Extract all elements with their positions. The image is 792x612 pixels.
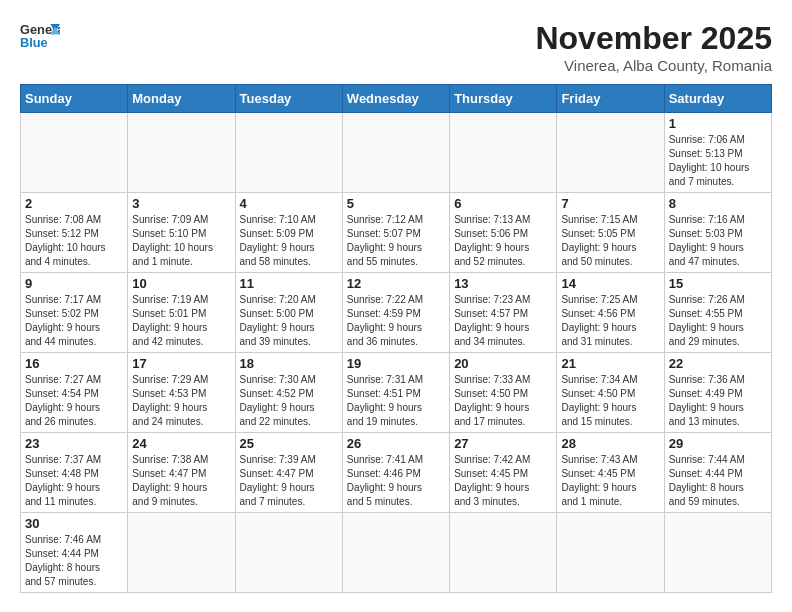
weekday-thursday: Thursday (450, 85, 557, 113)
day-number: 10 (132, 276, 230, 291)
day-info: Sunrise: 7:19 AMSunset: 5:01 PMDaylight:… (132, 293, 230, 349)
week-row-3: 16Sunrise: 7:27 AMSunset: 4:54 PMDayligh… (21, 353, 772, 433)
day-cell: 29Sunrise: 7:44 AMSunset: 4:44 PMDayligh… (664, 433, 771, 513)
day-number: 25 (240, 436, 338, 451)
day-info: Sunrise: 7:34 AMSunset: 4:50 PMDaylight:… (561, 373, 659, 429)
week-row-5: 30Sunrise: 7:46 AMSunset: 4:44 PMDayligh… (21, 513, 772, 593)
day-cell: 30Sunrise: 7:46 AMSunset: 4:44 PMDayligh… (21, 513, 128, 593)
weekday-friday: Friday (557, 85, 664, 113)
day-cell (128, 113, 235, 193)
day-info: Sunrise: 7:22 AMSunset: 4:59 PMDaylight:… (347, 293, 445, 349)
week-row-4: 23Sunrise: 7:37 AMSunset: 4:48 PMDayligh… (21, 433, 772, 513)
day-info: Sunrise: 7:36 AMSunset: 4:49 PMDaylight:… (669, 373, 767, 429)
day-info: Sunrise: 7:12 AMSunset: 5:07 PMDaylight:… (347, 213, 445, 269)
day-cell (128, 513, 235, 593)
day-number: 16 (25, 356, 123, 371)
day-number: 3 (132, 196, 230, 211)
day-cell (557, 113, 664, 193)
day-number: 17 (132, 356, 230, 371)
day-cell (450, 513, 557, 593)
day-info: Sunrise: 7:41 AMSunset: 4:46 PMDaylight:… (347, 453, 445, 509)
day-cell: 19Sunrise: 7:31 AMSunset: 4:51 PMDayligh… (342, 353, 449, 433)
day-number: 20 (454, 356, 552, 371)
day-cell: 13Sunrise: 7:23 AMSunset: 4:57 PMDayligh… (450, 273, 557, 353)
day-cell (557, 513, 664, 593)
day-info: Sunrise: 7:16 AMSunset: 5:03 PMDaylight:… (669, 213, 767, 269)
day-number: 19 (347, 356, 445, 371)
day-cell: 8Sunrise: 7:16 AMSunset: 5:03 PMDaylight… (664, 193, 771, 273)
day-cell (235, 113, 342, 193)
day-info: Sunrise: 7:37 AMSunset: 4:48 PMDaylight:… (25, 453, 123, 509)
day-info: Sunrise: 7:20 AMSunset: 5:00 PMDaylight:… (240, 293, 338, 349)
day-number: 6 (454, 196, 552, 211)
day-cell: 24Sunrise: 7:38 AMSunset: 4:47 PMDayligh… (128, 433, 235, 513)
day-number: 12 (347, 276, 445, 291)
day-number: 22 (669, 356, 767, 371)
day-info: Sunrise: 7:26 AMSunset: 4:55 PMDaylight:… (669, 293, 767, 349)
day-info: Sunrise: 7:44 AMSunset: 4:44 PMDaylight:… (669, 453, 767, 509)
day-info: Sunrise: 7:13 AMSunset: 5:06 PMDaylight:… (454, 213, 552, 269)
day-cell: 2Sunrise: 7:08 AMSunset: 5:12 PMDaylight… (21, 193, 128, 273)
day-info: Sunrise: 7:15 AMSunset: 5:05 PMDaylight:… (561, 213, 659, 269)
day-info: Sunrise: 7:29 AMSunset: 4:53 PMDaylight:… (132, 373, 230, 429)
day-cell (450, 113, 557, 193)
day-number: 23 (25, 436, 123, 451)
day-cell (21, 113, 128, 193)
day-cell: 20Sunrise: 7:33 AMSunset: 4:50 PMDayligh… (450, 353, 557, 433)
day-cell: 23Sunrise: 7:37 AMSunset: 4:48 PMDayligh… (21, 433, 128, 513)
day-number: 29 (669, 436, 767, 451)
day-number: 28 (561, 436, 659, 451)
day-info: Sunrise: 7:23 AMSunset: 4:57 PMDaylight:… (454, 293, 552, 349)
day-info: Sunrise: 7:42 AMSunset: 4:45 PMDaylight:… (454, 453, 552, 509)
day-info: Sunrise: 7:30 AMSunset: 4:52 PMDaylight:… (240, 373, 338, 429)
day-number: 15 (669, 276, 767, 291)
day-cell: 12Sunrise: 7:22 AMSunset: 4:59 PMDayligh… (342, 273, 449, 353)
day-cell: 14Sunrise: 7:25 AMSunset: 4:56 PMDayligh… (557, 273, 664, 353)
svg-text:Blue: Blue (20, 35, 48, 50)
day-cell (235, 513, 342, 593)
day-cell: 3Sunrise: 7:09 AMSunset: 5:10 PMDaylight… (128, 193, 235, 273)
day-number: 30 (25, 516, 123, 531)
day-info: Sunrise: 7:08 AMSunset: 5:12 PMDaylight:… (25, 213, 123, 269)
day-info: Sunrise: 7:31 AMSunset: 4:51 PMDaylight:… (347, 373, 445, 429)
weekday-tuesday: Tuesday (235, 85, 342, 113)
day-cell: 9Sunrise: 7:17 AMSunset: 5:02 PMDaylight… (21, 273, 128, 353)
day-info: Sunrise: 7:38 AMSunset: 4:47 PMDaylight:… (132, 453, 230, 509)
day-info: Sunrise: 7:06 AMSunset: 5:13 PMDaylight:… (669, 133, 767, 189)
weekday-wednesday: Wednesday (342, 85, 449, 113)
day-cell: 27Sunrise: 7:42 AMSunset: 4:45 PMDayligh… (450, 433, 557, 513)
day-number: 8 (669, 196, 767, 211)
day-number: 24 (132, 436, 230, 451)
day-number: 5 (347, 196, 445, 211)
day-cell: 21Sunrise: 7:34 AMSunset: 4:50 PMDayligh… (557, 353, 664, 433)
day-info: Sunrise: 7:33 AMSunset: 4:50 PMDaylight:… (454, 373, 552, 429)
day-info: Sunrise: 7:09 AMSunset: 5:10 PMDaylight:… (132, 213, 230, 269)
day-info: Sunrise: 7:43 AMSunset: 4:45 PMDaylight:… (561, 453, 659, 509)
day-number: 11 (240, 276, 338, 291)
location: Vinerea, Alba County, Romania (535, 57, 772, 74)
day-number: 2 (25, 196, 123, 211)
day-cell: 4Sunrise: 7:10 AMSunset: 5:09 PMDaylight… (235, 193, 342, 273)
logo-icon: General Blue (20, 20, 60, 52)
month-title: November 2025 (535, 20, 772, 57)
day-cell: 25Sunrise: 7:39 AMSunset: 4:47 PMDayligh… (235, 433, 342, 513)
weekday-header-row: SundayMondayTuesdayWednesdayThursdayFrid… (21, 85, 772, 113)
weekday-monday: Monday (128, 85, 235, 113)
day-number: 26 (347, 436, 445, 451)
day-cell: 10Sunrise: 7:19 AMSunset: 5:01 PMDayligh… (128, 273, 235, 353)
calendar: SundayMondayTuesdayWednesdayThursdayFrid… (20, 84, 772, 593)
day-cell (342, 513, 449, 593)
day-cell: 15Sunrise: 7:26 AMSunset: 4:55 PMDayligh… (664, 273, 771, 353)
day-number: 21 (561, 356, 659, 371)
day-cell: 5Sunrise: 7:12 AMSunset: 5:07 PMDaylight… (342, 193, 449, 273)
week-row-2: 9Sunrise: 7:17 AMSunset: 5:02 PMDaylight… (21, 273, 772, 353)
day-cell: 18Sunrise: 7:30 AMSunset: 4:52 PMDayligh… (235, 353, 342, 433)
weekday-saturday: Saturday (664, 85, 771, 113)
day-number: 9 (25, 276, 123, 291)
day-cell: 1Sunrise: 7:06 AMSunset: 5:13 PMDaylight… (664, 113, 771, 193)
day-cell (342, 113, 449, 193)
day-cell: 17Sunrise: 7:29 AMSunset: 4:53 PMDayligh… (128, 353, 235, 433)
logo: General Blue (20, 20, 60, 52)
day-cell: 6Sunrise: 7:13 AMSunset: 5:06 PMDaylight… (450, 193, 557, 273)
day-cell: 7Sunrise: 7:15 AMSunset: 5:05 PMDaylight… (557, 193, 664, 273)
